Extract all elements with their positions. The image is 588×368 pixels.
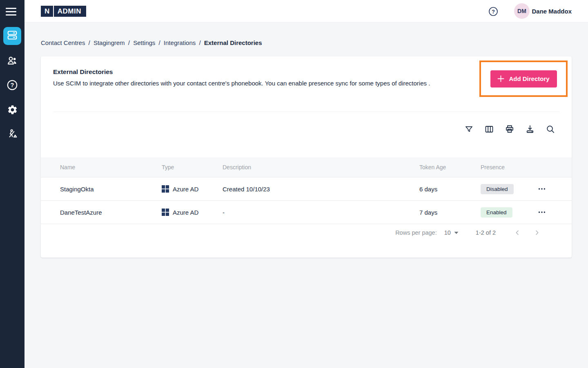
status-badge-disabled: Disabled xyxy=(481,184,514,194)
section-divider xyxy=(53,112,559,112)
table-row[interactable]: DaneTestAzure Azure AD - 7 days Enabled xyxy=(41,201,572,224)
cell-token-age: 6 days xyxy=(419,186,481,193)
add-directory-label: Add Directory xyxy=(509,75,549,82)
under-construction-icon xyxy=(7,128,18,141)
page-title: External Directories xyxy=(53,68,113,76)
sidebar-item-settings[interactable] xyxy=(7,105,18,116)
column-header-type[interactable]: Type xyxy=(162,164,223,171)
previous-page-button[interactable] xyxy=(512,227,523,238)
breadcrumb-settings[interactable]: Settings xyxy=(133,39,155,46)
table-row[interactable]: StagingOkta Azure AD Created 10/10/23 6 … xyxy=(41,177,572,201)
sidebar-item-users[interactable] xyxy=(7,56,18,67)
users-icon xyxy=(7,55,18,68)
table-toolbar xyxy=(464,124,555,134)
cell-token-age: 7 days xyxy=(419,209,481,216)
breadcrumb-contact-centres[interactable]: Contact Centres xyxy=(41,39,85,46)
rows-per-page-label: Rows per page: xyxy=(395,229,437,236)
row-actions-menu-icon[interactable] xyxy=(537,184,547,194)
column-header-presence[interactable]: Presence xyxy=(481,164,531,171)
external-directories-card: External Directories Use SCIM to integra… xyxy=(41,56,572,258)
top-bar: N ADMIN ? DM Dane Maddox xyxy=(24,0,588,22)
breadcrumb-integrations[interactable]: Integrations xyxy=(164,39,196,46)
annotation-highlight-box: Add Directory xyxy=(479,61,568,97)
rows-per-page-select[interactable]: 10 xyxy=(444,229,459,236)
download-icon[interactable] xyxy=(525,124,535,134)
column-header-description[interactable]: Description xyxy=(223,164,419,171)
gear-icon xyxy=(7,104,18,117)
add-directory-button[interactable]: Add Directory xyxy=(490,70,557,88)
breadcrumb: Contact Centres / Stagingrem / Settings … xyxy=(41,39,264,46)
cell-name: StagingOkta xyxy=(60,186,162,193)
logo-admin: ADMIN xyxy=(58,7,81,16)
cell-type: Azure AD xyxy=(162,209,223,216)
cell-type-label: Azure AD xyxy=(173,186,198,193)
sidebar-item-tools[interactable] xyxy=(7,129,18,141)
cell-description: Created 10/10/23 xyxy=(223,186,419,193)
breadcrumb-separator: / xyxy=(128,39,130,46)
search-icon[interactable] xyxy=(546,124,555,134)
svg-text:?: ? xyxy=(11,82,14,88)
filter-icon[interactable] xyxy=(464,124,474,134)
breadcrumb-separator: / xyxy=(199,39,200,46)
app-logo[interactable]: N ADMIN xyxy=(41,6,86,17)
breadcrumb-separator: / xyxy=(159,39,160,46)
logo-divider xyxy=(53,6,54,17)
sidebar-item-help[interactable]: ? xyxy=(7,80,18,92)
help-button[interactable]: ? xyxy=(488,7,498,16)
cell-presence: Enabled xyxy=(481,207,531,218)
sidebar-item-directories[interactable] xyxy=(3,27,21,45)
cell-type-label: Azure AD xyxy=(173,209,198,216)
avatar[interactable]: DM xyxy=(514,3,530,19)
azure-ad-icon xyxy=(162,209,169,216)
cell-type: Azure AD xyxy=(162,185,223,193)
table-header-row: Name Type Description Token Age Presence xyxy=(41,157,572,177)
pagination: Rows per page: 10 1-2 of 2 xyxy=(395,224,542,241)
hamburger-menu-icon[interactable] xyxy=(6,5,19,18)
azure-ad-icon xyxy=(162,185,169,193)
next-page-button[interactable] xyxy=(532,227,542,238)
pagination-range: 1-2 of 2 xyxy=(476,229,496,236)
help-circle-icon: ? xyxy=(488,11,498,18)
plus-icon xyxy=(497,75,504,82)
breadcrumb-separator: / xyxy=(89,39,90,46)
breadcrumb-stagingrem[interactable]: Stagingrem xyxy=(94,39,125,46)
help-circle-icon: ? xyxy=(7,79,18,92)
row-actions-menu-icon[interactable] xyxy=(537,207,547,217)
directories-table: Name Type Description Token Age Presence… xyxy=(41,157,572,224)
breadcrumb-current: External Directories xyxy=(204,39,262,46)
print-icon[interactable] xyxy=(505,124,514,134)
rows-per-page-value: 10 xyxy=(444,229,451,236)
sidebar: ? xyxy=(0,0,24,368)
cell-name: DaneTestAzure xyxy=(60,209,162,216)
column-header-name[interactable]: Name xyxy=(60,164,162,171)
cell-presence: Disabled xyxy=(481,184,531,194)
columns-icon[interactable] xyxy=(484,124,494,134)
chevron-down-icon xyxy=(454,231,459,234)
user-name: Dane Maddox xyxy=(532,8,572,15)
page-description: Use SCIM to integrate other directories … xyxy=(53,80,430,87)
avatar-initials: DM xyxy=(517,8,526,14)
column-header-token-age[interactable]: Token Age xyxy=(419,164,481,171)
svg-text:?: ? xyxy=(492,9,495,15)
cell-description: - xyxy=(223,209,419,216)
status-badge-enabled: Enabled xyxy=(481,207,512,218)
server-stack-icon xyxy=(7,30,18,42)
logo-n: N xyxy=(45,7,50,16)
